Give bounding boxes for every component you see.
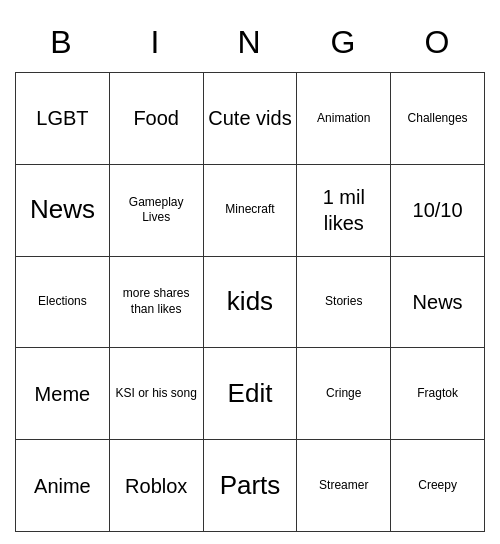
bingo-cell-text: Animation xyxy=(317,111,370,127)
bingo-row: AnimeRobloxPartsStreamerCreepy xyxy=(16,440,485,532)
bingo-header-letter: N xyxy=(203,12,297,72)
bingo-cell-text: Elections xyxy=(38,294,87,310)
bingo-row: Electionsmore shares than likeskidsStori… xyxy=(16,257,485,349)
bingo-cell-text: Creepy xyxy=(418,478,457,494)
bingo-cell: Cute vids xyxy=(204,73,298,165)
bingo-grid: LGBTFoodCute vidsAnimationChallengesNews… xyxy=(15,72,485,532)
bingo-cell: KSI or his song xyxy=(110,348,204,440)
bingo-cell: Anime xyxy=(16,440,110,532)
bingo-cell: 1 mil likes xyxy=(297,165,391,257)
bingo-cell: Roblox xyxy=(110,440,204,532)
bingo-header-letter: I xyxy=(109,12,203,72)
bingo-cell: Cringe xyxy=(297,348,391,440)
bingo-cell-text: Fragtok xyxy=(417,386,458,402)
bingo-cell-text: Cute vids xyxy=(208,105,291,131)
bingo-cell: Food xyxy=(110,73,204,165)
bingo-cell-text: News xyxy=(413,289,463,315)
bingo-cell: Streamer xyxy=(297,440,391,532)
bingo-cell-text: 10/10 xyxy=(413,197,463,223)
bingo-cell-text: Edit xyxy=(228,377,273,411)
bingo-card: BINGO LGBTFoodCute vidsAnimationChalleng… xyxy=(15,12,485,532)
bingo-cell: Edit xyxy=(204,348,298,440)
bingo-cell-text: News xyxy=(30,193,95,227)
bingo-cell: Minecraft xyxy=(204,165,298,257)
bingo-cell-text: Parts xyxy=(220,469,281,503)
bingo-cell: Creepy xyxy=(391,440,485,532)
bingo-cell: more shares than likes xyxy=(110,257,204,349)
bingo-cell-text: Food xyxy=(133,105,179,131)
bingo-cell: Elections xyxy=(16,257,110,349)
bingo-cell-text: Challenges xyxy=(408,111,468,127)
bingo-cell: Meme xyxy=(16,348,110,440)
bingo-cell-text: LGBT xyxy=(36,105,88,131)
bingo-cell: News xyxy=(391,257,485,349)
bingo-row: NewsGameplay LivesMinecraft1 mil likes10… xyxy=(16,165,485,257)
bingo-header: BINGO xyxy=(15,12,485,72)
bingo-cell: Challenges xyxy=(391,73,485,165)
bingo-cell-text: 1 mil likes xyxy=(301,184,386,236)
bingo-cell-text: Roblox xyxy=(125,473,187,499)
bingo-cell: Gameplay Lives xyxy=(110,165,204,257)
bingo-header-letter: O xyxy=(391,12,485,72)
bingo-cell-text: Stories xyxy=(325,294,362,310)
bingo-cell: Fragtok xyxy=(391,348,485,440)
bingo-cell: News xyxy=(16,165,110,257)
bingo-cell-text: Anime xyxy=(34,473,91,499)
bingo-cell: Parts xyxy=(204,440,298,532)
bingo-cell-text: Streamer xyxy=(319,478,368,494)
bingo-cell-text: Meme xyxy=(35,381,91,407)
bingo-cell-text: KSI or his song xyxy=(116,386,197,402)
bingo-cell: LGBT xyxy=(16,73,110,165)
bingo-cell: Animation xyxy=(297,73,391,165)
bingo-cell-text: Gameplay Lives xyxy=(114,195,199,226)
bingo-cell-text: kids xyxy=(227,285,273,319)
bingo-cell: 10/10 xyxy=(391,165,485,257)
bingo-cell-text: Cringe xyxy=(326,386,361,402)
bingo-header-letter: B xyxy=(15,12,109,72)
bingo-cell-text: more shares than likes xyxy=(114,286,199,317)
bingo-cell-text: Minecraft xyxy=(225,202,274,218)
bingo-header-letter: G xyxy=(297,12,391,72)
bingo-row: LGBTFoodCute vidsAnimationChallenges xyxy=(16,73,485,165)
bingo-cell: Stories xyxy=(297,257,391,349)
bingo-row: MemeKSI or his songEditCringeFragtok xyxy=(16,348,485,440)
bingo-cell: kids xyxy=(204,257,298,349)
